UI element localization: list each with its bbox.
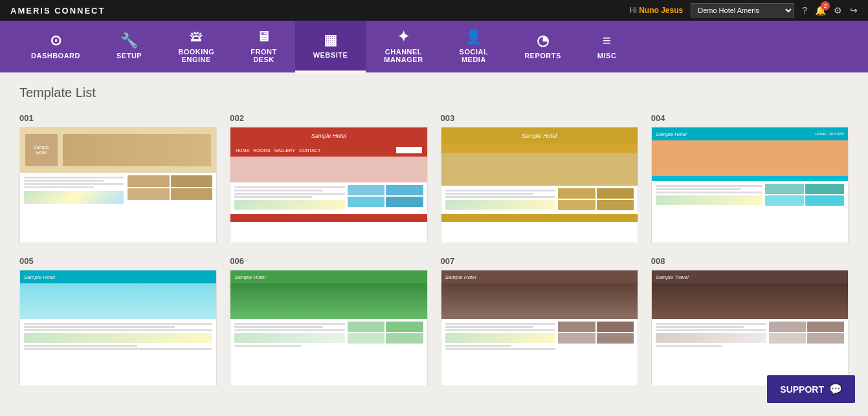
nav-misc-label: MISC [597, 52, 617, 60]
nav-misc[interactable]: ≡ MISC [579, 21, 635, 72]
help-icon[interactable]: ? [802, 5, 807, 16]
template-007-label: 007 [441, 256, 638, 266]
nav-frontdesk-label: FRONTDESK [250, 48, 276, 63]
nav-reports-label: REPORTS [524, 52, 561, 60]
front-desk-icon: 🖥 [256, 30, 271, 44]
template-002-label: 002 [230, 113, 427, 123]
hotel-selector[interactable]: Demo Hotel Ameris [691, 3, 794, 17]
nav-front-desk[interactable]: 🖥 FRONTDESK [232, 21, 295, 72]
greeting: Hi Nuno Jesus [630, 6, 684, 15]
top-bar-right: Hi Nuno Jesus Demo Hotel Ameris ? 🔔 2 ⚙ … [630, 3, 858, 17]
template-001: 001 SampleHotel [19, 113, 217, 243]
template-007: 007 Sample Hotel [441, 256, 638, 386]
template-006-label: 006 [230, 256, 427, 266]
support-button[interactable]: SUPPORT 💬 [767, 375, 855, 399]
social-media-icon: 👤 [465, 30, 483, 44]
template-008: 008 Sample Travel [651, 256, 849, 386]
template-001-label: 001 [19, 113, 217, 123]
dashboard-icon: ⊙ [50, 34, 62, 48]
misc-icon: ≡ [603, 34, 611, 48]
template-002: 002 Sample Hotel HOME ROOMS GALLERY CONT… [230, 113, 427, 243]
template-007-thumb[interactable]: Sample Hotel [441, 270, 638, 386]
nav-booking-engine[interactable]: 🛎 BOOKINGENGINE [160, 21, 232, 72]
notification-icon[interactable]: 🔔 2 [815, 5, 826, 16]
nav-channel-label: CHANNELMANAGER [384, 48, 423, 63]
notification-badge: 2 [821, 1, 830, 10]
main-content: Template List 001 SampleHotel [0, 72, 868, 399]
nav-website-label: WEBSITE [313, 51, 348, 59]
page-title: Template List [19, 85, 849, 100]
nav-booking-label: BOOKINGENGINE [178, 48, 214, 63]
channel-manager-icon: ✦ [397, 30, 410, 44]
booking-engine-icon: 🛎 [189, 30, 204, 44]
template-003: 003 Sample Hotel [441, 113, 638, 243]
nav-dashboard-label: DASHBOARD [31, 52, 80, 60]
template-003-label: 003 [441, 113, 638, 123]
setup-icon: 🔧 [120, 34, 139, 48]
support-label: SUPPORT [780, 384, 824, 395]
template-grid: 001 SampleHotel [19, 113, 849, 386]
template-005-label: 005 [19, 256, 217, 266]
settings-icon[interactable]: ⚙ [834, 5, 842, 16]
nav-setup-label: SETUP [117, 52, 142, 60]
template-005: 005 Sample Hotel [19, 256, 217, 386]
nav-social-media[interactable]: 👤 SOCIALMEDIA [441, 21, 507, 72]
logout-icon[interactable]: ↪ [850, 5, 858, 16]
template-003-thumb[interactable]: Sample Hotel [441, 127, 638, 243]
support-icon: 💬 [829, 383, 842, 395]
nav-dashboard[interactable]: ⊙ DASHBOARD [13, 21, 98, 72]
template-002-thumb[interactable]: Sample Hotel HOME ROOMS GALLERY CONTACT [230, 127, 427, 243]
nav-setup[interactable]: 🔧 SETUP [98, 21, 160, 72]
template-008-thumb[interactable]: Sample Travel [651, 270, 849, 386]
nav-website[interactable]: ▦ WEBSITE [295, 21, 366, 72]
template-004: 004 Sample Hotel HOME ROOMS [651, 113, 849, 243]
username: Nuno Jesus [639, 6, 683, 15]
template-004-thumb[interactable]: Sample Hotel HOME ROOMS [651, 127, 849, 243]
template-006: 006 Sample Hotel [230, 256, 427, 386]
template-006-thumb[interactable]: Sample Hotel [230, 270, 427, 386]
reports-icon: ◔ [537, 34, 550, 48]
template-004-label: 004 [651, 113, 849, 123]
logo: AMERIS CONNECT [10, 6, 105, 16]
template-008-label: 008 [651, 256, 849, 266]
nav-channel-manager[interactable]: ✦ CHANNELMANAGER [366, 21, 441, 72]
template-001-thumb[interactable]: SampleHotel [19, 127, 217, 243]
nav-social-label: SOCIALMEDIA [460, 48, 489, 63]
top-bar: AMERIS CONNECT Hi Nuno Jesus Demo Hotel … [0, 0, 868, 21]
website-icon: ▦ [324, 33, 338, 47]
main-nav: ⊙ DASHBOARD 🔧 SETUP 🛎 BOOKINGENGINE 🖥 FR… [0, 21, 868, 72]
template-005-thumb[interactable]: Sample Hotel [19, 270, 217, 386]
nav-reports[interactable]: ◔ REPORTS [506, 21, 579, 72]
